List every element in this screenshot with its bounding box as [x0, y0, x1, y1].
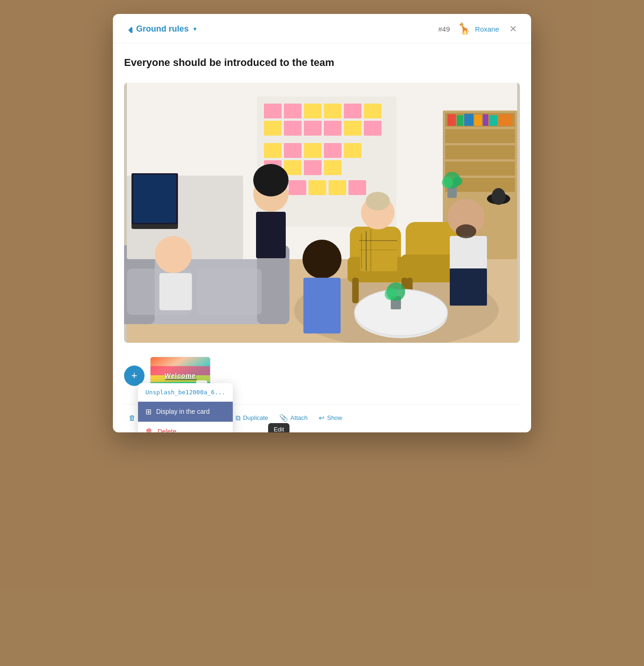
diamond-icon — [124, 25, 132, 33]
svg-rect-12 — [474, 115, 482, 126]
card-modal: Ground rules ▾ #49 🦒 Roxane ✕ Everyone s… — [113, 14, 531, 432]
svg-point-68 — [385, 288, 397, 300]
delete-icon: 🗑 — [145, 427, 153, 432]
svg-point-81 — [366, 192, 390, 210]
svg-rect-27 — [284, 121, 302, 136]
main-image — [124, 83, 520, 343]
avatar-emoji: 🦒 — [457, 22, 471, 35]
header-right: #49 🦒 Roxane ✕ — [438, 22, 520, 35]
svg-rect-72 — [133, 175, 176, 223]
context-menu-delete[interactable]: 🗑 Delete — [138, 422, 233, 432]
show-action-label: Show — [327, 414, 342, 421]
svg-text:Welcome: Welcome — [164, 372, 196, 379]
svg-rect-34 — [364, 121, 381, 136]
svg-rect-10 — [457, 115, 463, 126]
svg-rect-45 — [289, 180, 306, 195]
modal-body: Everyone should be introduced to the tea… — [113, 43, 531, 432]
modal-header: Ground rules ▾ #49 🦒 Roxane ✕ — [113, 14, 531, 43]
duplicate-action-label: Duplicate — [243, 414, 268, 421]
user-name: Roxane — [475, 25, 499, 33]
chevron-down-icon[interactable]: ▾ — [193, 25, 197, 33]
svg-rect-42 — [304, 160, 322, 175]
display-in-card-label: Display in the card — [156, 408, 210, 415]
svg-rect-47 — [329, 180, 346, 195]
svg-rect-5 — [445, 129, 515, 143]
svg-rect-28 — [304, 121, 322, 136]
svg-rect-29 — [324, 104, 342, 118]
main-image-container — [124, 83, 520, 343]
svg-rect-33 — [364, 104, 381, 118]
duplicate-action-button[interactable]: ⧉ Duplicate — [231, 411, 273, 425]
edit-tooltip: Edit — [268, 423, 289, 432]
svg-rect-32 — [344, 121, 361, 136]
context-menu-filename: Unsplash_be12000a_6... — [138, 383, 233, 402]
svg-rect-14 — [489, 115, 498, 126]
svg-rect-11 — [464, 114, 473, 126]
show-action-icon: ↩ — [319, 414, 325, 422]
board-label[interactable]: Ground rules — [136, 24, 189, 34]
attach-action-icon: 📎 — [279, 414, 288, 422]
svg-point-21 — [453, 176, 462, 186]
card-number: #49 — [438, 25, 450, 33]
svg-rect-25 — [304, 104, 322, 118]
modal-overlay: Ground rules ▾ #49 🦒 Roxane ✕ Everyone s… — [0, 0, 644, 666]
delete-label: Delete — [158, 428, 176, 432]
show-action-button[interactable]: ↩ Show — [314, 411, 347, 425]
close-button[interactable]: ✕ — [506, 23, 520, 34]
svg-rect-77 — [256, 212, 286, 258]
svg-rect-91 — [450, 268, 487, 306]
svg-point-20 — [442, 177, 453, 188]
svg-rect-57 — [352, 278, 359, 303]
svg-point-17 — [492, 188, 506, 205]
attach-action-label: Attach — [290, 414, 308, 421]
svg-rect-0 — [128, 27, 132, 33]
svg-rect-24 — [284, 104, 302, 118]
svg-rect-63 — [197, 268, 262, 315]
svg-rect-43 — [324, 160, 342, 175]
svg-rect-23 — [264, 104, 282, 118]
display-in-card-icon: ⊞ — [145, 407, 151, 416]
svg-point-90 — [456, 224, 476, 238]
svg-rect-13 — [483, 114, 488, 126]
svg-rect-37 — [304, 143, 322, 158]
svg-rect-26 — [264, 121, 282, 136]
svg-rect-46 — [309, 180, 326, 195]
svg-rect-74 — [159, 273, 192, 310]
svg-rect-39 — [344, 143, 361, 158]
svg-rect-35 — [264, 143, 282, 158]
svg-rect-48 — [348, 180, 366, 195]
svg-rect-30 — [344, 104, 361, 118]
header-left: Ground rules ▾ — [124, 24, 197, 34]
svg-rect-15 — [499, 114, 513, 126]
attachments-row: + — [124, 352, 520, 404]
svg-rect-79 — [303, 278, 341, 333]
delete-action-icon: 🗑 — [129, 414, 136, 422]
svg-point-73 — [155, 236, 192, 273]
duplicate-action-icon: ⧉ — [236, 414, 241, 422]
context-menu: Unsplash_be12000a_6... ⊞ Display in the … — [138, 383, 233, 432]
svg-point-76 — [253, 164, 289, 196]
svg-rect-36 — [284, 143, 302, 158]
context-menu-display-in-card[interactable]: ⊞ Display in the card — [138, 402, 233, 422]
avatar-area: 🦒 Roxane — [457, 22, 499, 35]
svg-rect-38 — [324, 143, 342, 158]
svg-rect-9 — [447, 114, 456, 126]
svg-rect-31 — [324, 121, 342, 136]
add-attachment-button[interactable]: + — [124, 366, 145, 386]
svg-rect-6 — [445, 145, 515, 159]
card-title: Everyone should be introduced to the tea… — [124, 56, 520, 70]
svg-point-78 — [302, 240, 342, 279]
